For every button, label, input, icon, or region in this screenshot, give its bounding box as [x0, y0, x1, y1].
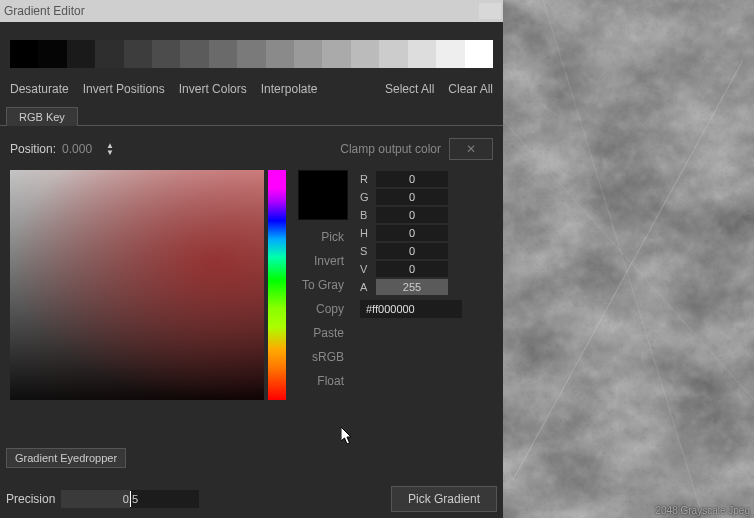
paste-button[interactable]: Paste: [313, 326, 344, 340]
clamp-label: Clamp output color: [340, 142, 441, 156]
texture-preview: 2048 Grayscale Jpeg: [503, 0, 754, 518]
channel-g-label: G: [360, 191, 374, 203]
channel-s-input[interactable]: 0: [376, 243, 448, 259]
gradient-stop[interactable]: [38, 40, 66, 68]
channel-a-input[interactable]: 255: [376, 279, 448, 295]
channel-a-label: A: [360, 281, 374, 293]
window-button[interactable]: [479, 3, 501, 19]
gradient-stop[interactable]: [408, 40, 436, 68]
clamp-button[interactable]: ✕: [449, 138, 493, 160]
channel-v-input[interactable]: 0: [376, 261, 448, 277]
channel-v-label: V: [360, 263, 374, 275]
channel-h-input[interactable]: 0: [376, 225, 448, 241]
gradient-stop[interactable]: [124, 40, 152, 68]
gradient-stop[interactable]: [351, 40, 379, 68]
gradient-stop[interactable]: [436, 40, 464, 68]
desaturate-button[interactable]: Desaturate: [10, 82, 69, 96]
gradient-stop[interactable]: [67, 40, 95, 68]
channel-g-input[interactable]: 0: [376, 189, 448, 205]
channel-b-input[interactable]: 0: [376, 207, 448, 223]
chevron-down-icon[interactable]: ▼: [106, 149, 114, 156]
gradient-stop[interactable]: [209, 40, 237, 68]
precision-label: Precision: [6, 492, 55, 506]
hex-input[interactable]: #ff000000: [360, 300, 462, 318]
srgb-button[interactable]: sRGB: [312, 350, 344, 364]
invert-positions-button[interactable]: Invert Positions: [83, 82, 165, 96]
gradient-stop[interactable]: [95, 40, 123, 68]
gradient-stop[interactable]: [152, 40, 180, 68]
channel-r-label: R: [360, 173, 374, 185]
select-all-button[interactable]: Select All: [385, 82, 434, 96]
clear-all-button[interactable]: Clear All: [448, 82, 493, 96]
pick-gradient-button[interactable]: Pick Gradient: [391, 486, 497, 512]
gradient-stop[interactable]: [10, 40, 38, 68]
invert-colors-button[interactable]: Invert Colors: [179, 82, 247, 96]
copy-button[interactable]: Copy: [316, 302, 344, 316]
pick-button[interactable]: Pick: [321, 230, 344, 244]
channel-s-label: S: [360, 245, 374, 257]
gradient-eyedropper-button[interactable]: Gradient Eyedropper: [6, 448, 126, 468]
gradient-stop[interactable]: [266, 40, 294, 68]
gradient-stop[interactable]: [465, 40, 493, 68]
texture-footer: 2048 Grayscale Jpeg: [655, 505, 750, 516]
gradient-stop[interactable]: [379, 40, 407, 68]
gradient-stop[interactable]: [322, 40, 350, 68]
gradient-stop[interactable]: [180, 40, 208, 68]
channel-r-input[interactable]: 0: [376, 171, 448, 187]
titlebar: Gradient Editor: [0, 0, 503, 22]
channel-b-label: B: [360, 209, 374, 221]
precision-slider[interactable]: 0.5: [61, 490, 199, 508]
color-swatch: [298, 170, 348, 220]
tab-bar: RGB Key: [0, 104, 503, 126]
position-stepper[interactable]: ▲ ▼: [106, 142, 114, 156]
gradient-stop[interactable]: [237, 40, 265, 68]
float-button[interactable]: Float: [317, 374, 344, 388]
position-label: Position:: [10, 142, 56, 156]
gradient-stop[interactable]: [294, 40, 322, 68]
channel-h-label: H: [360, 227, 374, 239]
window-title: Gradient Editor: [4, 4, 85, 18]
hue-slider[interactable]: [268, 170, 286, 400]
gradient-preview[interactable]: [10, 40, 493, 68]
position-value[interactable]: 0.000: [62, 142, 102, 156]
svg-rect-3: [503, 0, 754, 518]
to-gray-button[interactable]: To Gray: [302, 278, 344, 292]
interpolate-button[interactable]: Interpolate: [261, 82, 318, 96]
tab-rgb-key[interactable]: RGB Key: [6, 107, 78, 126]
color-field[interactable]: [10, 170, 264, 400]
invert-button[interactable]: Invert: [314, 254, 344, 268]
